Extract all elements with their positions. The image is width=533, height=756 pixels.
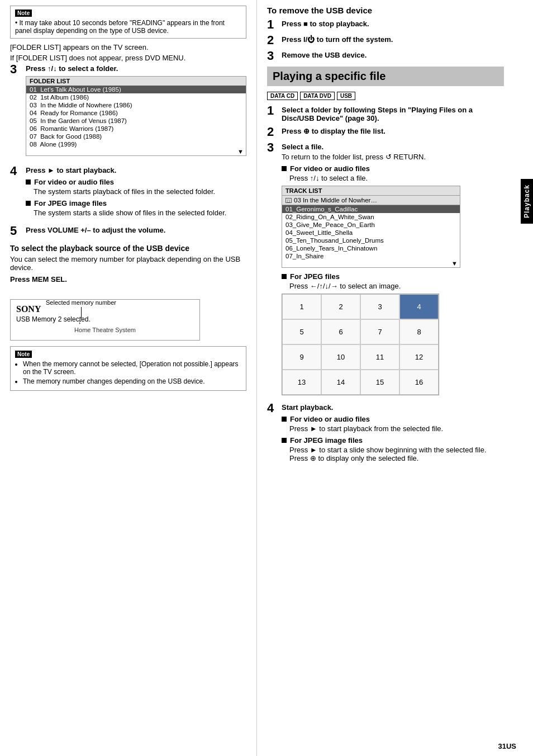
note-label-2: Note xyxy=(15,351,32,358)
note-box-1: Note • It may take about 10 seconds befo… xyxy=(10,6,246,39)
note-box-2: Note When the memory cannot be selected,… xyxy=(10,346,246,391)
sub-heading-jpeg-right-label: For JPEG files xyxy=(290,272,340,281)
sub-heading-video: For video or audio files xyxy=(26,178,246,186)
select-playback-body: You can select the memory number for pla… xyxy=(10,255,246,272)
remove-step-3-num: 3 xyxy=(267,50,282,62)
remove-step-3: 3 Remove the USB device. xyxy=(267,51,504,62)
grid-cell-10: 10 xyxy=(321,344,360,370)
sub-heading-jpeg-s4-label: For JPEG image files xyxy=(290,436,363,445)
track-list-header: TRACK LIST xyxy=(282,186,460,195)
folder-item-6: 06 Romantic Warriors (1987) xyxy=(26,125,246,133)
play-step-4: 4 Start playback. For video or audio fil… xyxy=(267,403,504,466)
play-step-1-text: Select a folder by following Steps in "P… xyxy=(282,106,473,122)
sub-heading-video-right: For video or audio files xyxy=(282,164,504,173)
play-step-4-text: Start playback. xyxy=(282,403,334,412)
remove-usb-title: To remove the USB device xyxy=(267,6,504,15)
folder-list-text2: If [FOLDER LIST] does not appear, press … xyxy=(10,54,246,62)
grid-cell-14: 14 xyxy=(321,370,360,395)
folder-list-text1: [FOLDER LIST] appears on the TV screen. xyxy=(10,43,246,51)
track-item-7: 07_In_Shaire xyxy=(282,252,460,260)
step3-return-text: To return to the folder list, press ↺ RE… xyxy=(282,153,504,161)
image-grid: 1 2 3 4 5 6 7 8 9 10 11 12 13 14 15 16 xyxy=(282,294,439,395)
folder-item-5: 05 In the Garden of Venus (1987) xyxy=(26,117,246,125)
grid-cell-15: 15 xyxy=(360,370,399,395)
play-step-1: 1 Select a folder by following Steps in … xyxy=(267,106,504,122)
black-square-2 xyxy=(26,201,31,206)
note-text-1: • It may take about 10 seconds before "R… xyxy=(15,19,241,35)
folder-list-scroll: ▼ xyxy=(26,148,246,155)
grid-cell-16: 16 xyxy=(399,370,439,395)
grid-cell-7: 7 xyxy=(360,319,399,344)
sub-heading-video-s4: For video or audio files xyxy=(282,415,504,423)
play-step-3-text: Select a file. xyxy=(282,143,323,151)
sub-heading-video-s4-label: For video or audio files xyxy=(290,415,370,423)
step-3: 3 Press ↑/↓ to select a folder. FOLDER L… xyxy=(10,64,246,160)
folder-item-8: 08 Alone (1999) xyxy=(26,140,246,148)
grid-cell-6: 6 xyxy=(321,319,360,344)
play-step-3-num: 3 xyxy=(267,141,282,154)
play-step-2-text: Press ⊕ to display the file list. xyxy=(282,127,386,135)
sub-heading-jpeg-right: For JPEG files xyxy=(282,272,504,281)
black-square-r1 xyxy=(282,166,287,171)
sub-body-jpeg: The system starts a slide show of files … xyxy=(34,209,246,217)
play-step-4-num: 4 xyxy=(267,402,282,414)
note-list-2: When the memory cannot be selected, [Ope… xyxy=(23,360,241,385)
display-area: Selected memory number ↓ SONY USB Memory… xyxy=(10,299,200,341)
track-item-3: 03_Give_Me_Peace_On_Earth xyxy=(282,221,460,229)
remove-step-3-text: Remove the USB device. xyxy=(282,51,367,59)
step-5-number: 5 xyxy=(10,225,26,237)
folder-icon: □ xyxy=(285,198,292,203)
sub-body-jpeg-s4: Press ► to start a slide show beginning … xyxy=(289,446,504,462)
play-step-2-num: 2 xyxy=(267,126,282,138)
play-step-3: 3 Select a file. To return to the folder… xyxy=(267,143,504,399)
black-square-r2 xyxy=(282,274,287,279)
track-item-2: 02_Riding_On_A_White_Swan xyxy=(282,213,460,221)
track-list-scroll: ▼ xyxy=(282,260,460,267)
track-item-4: 04_Sweet_Little_Shella xyxy=(282,229,460,237)
badge-row: DATA CD DATA DVD USB xyxy=(267,92,504,100)
black-square-s4-1 xyxy=(282,417,287,422)
press-mem-sel: Press MEM SEL. xyxy=(10,275,246,284)
step-3-number: 3 xyxy=(10,63,26,75)
sidebar-tab: Playback xyxy=(521,179,533,224)
track-item-1: 01_Geronimo_s_Cadillac xyxy=(282,205,460,213)
play-step-1-num: 1 xyxy=(267,105,282,117)
remove-step-1-text: Press ■ to stop playback. xyxy=(282,20,369,28)
track-list-box: TRACK LIST □ 03 In the Middle of Nowher…… xyxy=(282,186,460,268)
remove-step-1-num: 1 xyxy=(267,18,282,31)
sub-heading-video-label: For video or audio files xyxy=(34,178,114,186)
playing-section-title: Playing a specific file xyxy=(267,67,504,86)
grid-cell-9: 9 xyxy=(282,344,321,370)
home-theatre-text: Home Theatre System xyxy=(16,327,194,333)
remove-step-1: 1 Press ■ to stop playback. xyxy=(267,20,504,31)
folder-item-1: 01 Let's Talk About Love (1985) xyxy=(26,86,246,93)
black-square-1 xyxy=(26,179,31,185)
badge-data-dvd: DATA DVD xyxy=(300,92,335,100)
page-number: 31US xyxy=(498,742,516,750)
folder-item-7: 07 Back for Good (1988) xyxy=(26,133,246,140)
folder-list-header: FOLDER LIST xyxy=(26,77,246,86)
track-item-5: 05_Ten_Thousand_Lonely_Drums xyxy=(282,237,460,244)
display-box: SONY USB Memory 2 selected. Home Theatre… xyxy=(10,299,200,341)
black-square-s4-2 xyxy=(282,438,287,443)
grid-cell-4: 4 xyxy=(399,294,439,319)
remove-step-2-num: 2 xyxy=(267,34,282,46)
play-step-2: 2 Press ⊕ to display the file list. xyxy=(267,127,504,138)
step-5: 5 Press VOLUME +/– to adjust the volume. xyxy=(10,226,246,237)
note-item-1: When the memory cannot be selected, [Ope… xyxy=(23,360,241,376)
grid-cell-1: 1 xyxy=(282,294,321,319)
sub-body-video-s4: Press ► to start playback from the selec… xyxy=(289,424,504,433)
grid-cell-5: 5 xyxy=(282,319,321,344)
grid-cell-11: 11 xyxy=(360,344,399,370)
grid-cell-2: 2 xyxy=(321,294,360,319)
step-3-text: Press ↑/↓ to select a folder. xyxy=(26,64,118,73)
step-4-number: 4 xyxy=(10,165,26,177)
grid-cell-3: 3 xyxy=(360,294,399,319)
badge-data-cd: DATA CD xyxy=(267,92,298,100)
sub-body-video-right: Press ↑/↓ to select a file. xyxy=(289,174,504,182)
note-content-1: • It may take about 10 seconds before "R… xyxy=(15,19,241,35)
track-folder-item: 03 In the Middle of Nowher… xyxy=(294,197,377,204)
remove-step-2: 2 Press I/⏻ to turn off the system. xyxy=(267,35,504,46)
sub-heading-jpeg-label: For JPEG image files xyxy=(34,199,107,207)
remove-step-2-text: Press I/⏻ to turn off the system. xyxy=(282,35,393,44)
